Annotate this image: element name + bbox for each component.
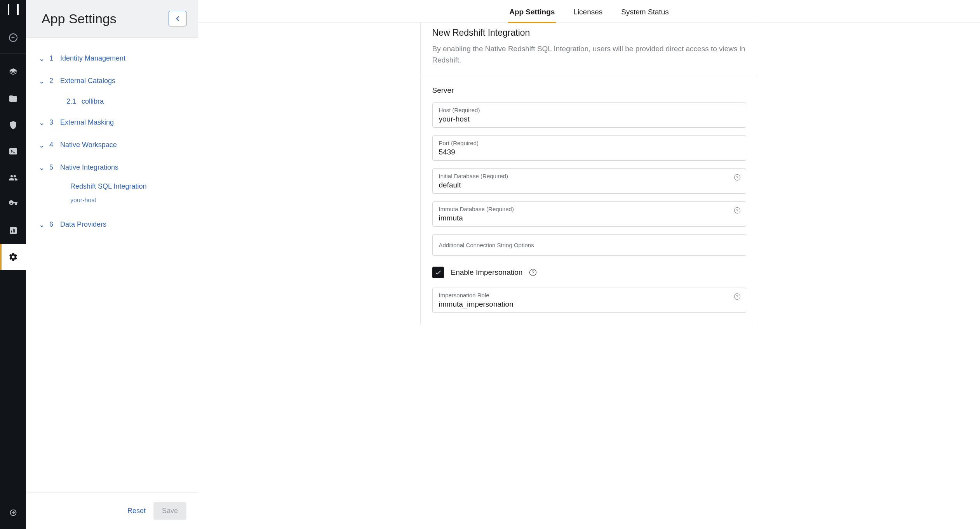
- rail-terminal[interactable]: [0, 138, 26, 165]
- rail-layers[interactable]: [0, 59, 26, 85]
- chevron-up-icon: ⌃: [39, 163, 45, 172]
- rail-users[interactable]: [0, 165, 26, 191]
- nav-data-providers[interactable]: ⌃ 6 Data Providers: [31, 213, 194, 236]
- settings-sidebar: App Settings ⌃ 1 Identity Management ⌃ 2…: [26, 0, 198, 529]
- field-initial-database[interactable]: Initial Database (Required) ?: [432, 168, 746, 194]
- field-impersonation-role[interactable]: Impersonation Role ?: [432, 288, 746, 313]
- collapse-sidebar-button[interactable]: [169, 11, 186, 26]
- immuta-database-input[interactable]: [439, 214, 740, 222]
- host-input[interactable]: [439, 115, 740, 123]
- logo-icon: [8, 4, 19, 15]
- chevron-up-icon: ⌃: [39, 140, 45, 149]
- rail-exit[interactable]: [0, 500, 26, 526]
- main-area: App Settings Licenses System Status New …: [198, 0, 980, 529]
- left-rail: +: [0, 0, 26, 529]
- rail-settings[interactable]: [0, 244, 26, 270]
- nav-external-masking[interactable]: ⌃ 3 External Masking: [31, 111, 194, 134]
- port-input[interactable]: [439, 148, 740, 156]
- nav-identity-management[interactable]: ⌃ 1 Identity Management: [31, 47, 194, 69]
- help-icon[interactable]: ?: [734, 174, 740, 180]
- enable-impersonation-checkbox[interactable]: [432, 267, 444, 278]
- chevron-up-icon: ⌃: [39, 54, 45, 62]
- reset-button[interactable]: Reset: [127, 507, 146, 515]
- impersonation-role-input[interactable]: [439, 300, 740, 309]
- tab-system-status[interactable]: System Status: [620, 5, 670, 23]
- save-button: Save: [153, 502, 186, 520]
- field-additional-connection[interactable]: Additional Connection String Options: [432, 234, 746, 256]
- help-icon[interactable]: ?: [734, 293, 740, 300]
- tab-app-settings[interactable]: App Settings: [508, 5, 556, 23]
- rail-report[interactable]: [0, 217, 26, 244]
- nav-redshift-integration[interactable]: Redshift SQL Integration: [31, 179, 194, 194]
- initial-database-input[interactable]: [439, 181, 740, 189]
- chevron-up-icon: ⌃: [39, 118, 45, 127]
- section-server-heading: Server: [432, 86, 746, 95]
- nav-native-integrations[interactable]: ⌃ 5 Native Integrations: [31, 156, 194, 179]
- chevron-up-icon: ⌃: [39, 76, 45, 85]
- rail-separator: [0, 53, 26, 54]
- settings-nav[interactable]: ⌃ 1 Identity Management ⌃ 2 External Cat…: [26, 38, 198, 493]
- rail-shield[interactable]: [0, 112, 26, 138]
- nav-external-catalogs[interactable]: ⌃ 2 External Catalogs: [31, 69, 194, 92]
- rail-folder[interactable]: [0, 85, 26, 112]
- field-port[interactable]: Port (Required): [432, 135, 746, 161]
- content-scroll[interactable]: New Redshift Integration By enabling the…: [198, 23, 980, 529]
- tab-licenses[interactable]: Licenses: [572, 5, 604, 23]
- nav-native-workspace[interactable]: ⌃ 4 Native Workspace: [31, 134, 194, 156]
- sidebar-title: App Settings: [42, 11, 117, 26]
- nav-redshift-host[interactable]: your-host: [31, 194, 194, 206]
- rail-add[interactable]: +: [0, 24, 26, 51]
- field-host[interactable]: Host (Required): [432, 102, 746, 128]
- top-tabs: App Settings Licenses System Status: [198, 0, 980, 23]
- panel-title: New Redshift Integration: [432, 28, 746, 38]
- chevron-up-icon: ⌃: [39, 220, 45, 229]
- panel-description: By enabling the Native Redshift SQL Inte…: [432, 43, 746, 66]
- nav-collibra[interactable]: 2.1 collibra: [31, 92, 194, 111]
- help-icon[interactable]: ?: [734, 207, 740, 213]
- enable-impersonation-label: Enable Impersonation: [451, 268, 523, 277]
- help-icon[interactable]: ?: [529, 269, 536, 276]
- rail-key[interactable]: [0, 191, 26, 217]
- field-immuta-database[interactable]: Immuta Database (Required) ?: [432, 201, 746, 227]
